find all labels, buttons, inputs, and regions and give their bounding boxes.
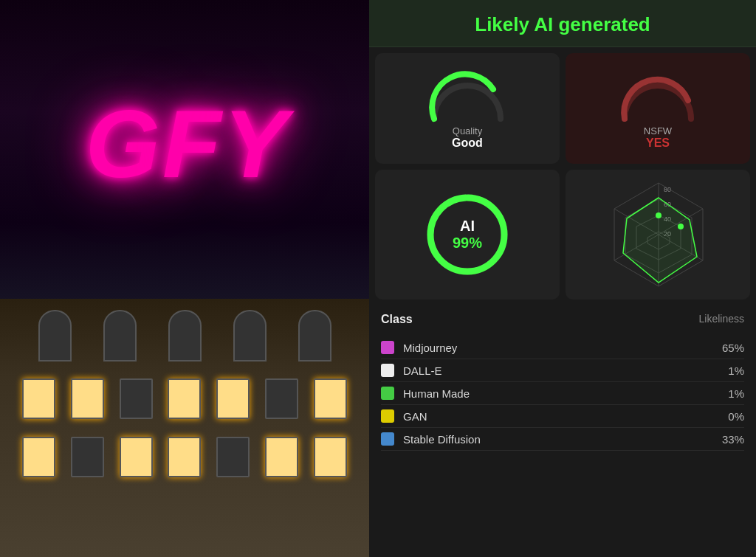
class-color-box <box>381 432 394 446</box>
neon-sign: G F Y <box>15 89 354 199</box>
window <box>233 310 267 361</box>
ai-gauge-card: AI 99% <box>375 170 560 300</box>
gauges-grid: Quality Good NSFW YES <box>369 47 756 305</box>
building <box>0 299 369 557</box>
window <box>71 437 104 477</box>
quality-label: Quality <box>453 125 482 136</box>
ai-percent: 99% <box>453 235 482 252</box>
class-color-box <box>381 364 394 377</box>
class-percent: 65% <box>715 342 744 354</box>
results-panel: Likely AI generated Quality Good NSFW YE… <box>369 0 756 557</box>
radar-svg: 80 60 40 20 <box>594 176 723 294</box>
class-row: GAN 0% <box>381 405 744 428</box>
nsfw-gauge-card: NSFW YES <box>566 53 750 164</box>
class-color-box <box>381 341 394 354</box>
class-row: DALL-E 1% <box>381 359 744 382</box>
class-color-box <box>381 409 394 423</box>
window <box>22 378 55 419</box>
class-name: Stable Diffusion <box>403 433 715 446</box>
window <box>103 310 137 361</box>
window <box>168 310 202 361</box>
class-name: DALL-E <box>403 364 715 377</box>
class-row: Stable Diffusion 33% <box>381 428 744 451</box>
class-name: GAN <box>403 410 715 423</box>
class-percent: 1% <box>715 387 744 400</box>
class-col-header: Class <box>381 313 413 326</box>
radar-chart-card: 80 60 40 20 <box>566 170 750 300</box>
nsfw-label: NSFW <box>644 125 672 136</box>
quality-gauge-svg <box>427 71 508 122</box>
likeliness-col-header: Likeliness <box>699 313 744 326</box>
class-header-row: Class Likeliness <box>381 313 744 329</box>
window <box>216 437 250 477</box>
window <box>298 310 331 361</box>
class-row: Midjourney 65% <box>381 336 744 359</box>
window <box>168 378 201 419</box>
window <box>265 378 298 419</box>
window <box>71 378 104 419</box>
quality-value: Good <box>452 136 483 150</box>
class-name: Human Made <box>403 387 715 400</box>
class-name: Midjourney <box>403 342 715 354</box>
window <box>168 437 201 477</box>
window <box>22 437 55 477</box>
window <box>314 437 347 477</box>
ai-gauge-wrapper: AI 99% <box>419 187 515 283</box>
class-color-box <box>381 387 394 400</box>
ai-text-overlay: AI 99% <box>453 218 482 252</box>
class-row: Human Made 1% <box>381 382 744 405</box>
nsfw-gauge-svg <box>617 71 698 122</box>
window <box>120 437 153 477</box>
image-panel: G F Y <box>0 0 369 557</box>
quality-gauge-card: Quality Good <box>375 53 560 164</box>
class-section: Class Likeliness Midjourney 65% DALL-E 1… <box>369 305 756 466</box>
class-percent: 33% <box>715 433 744 446</box>
window <box>314 378 347 419</box>
result-header: Likely AI generated <box>369 0 756 47</box>
window <box>38 310 72 361</box>
window <box>265 437 298 477</box>
window <box>120 378 153 419</box>
class-rows-container: Midjourney 65% DALL-E 1% Human Made 1% G… <box>381 336 744 451</box>
ai-label: AI <box>453 218 482 235</box>
svg-marker-15 <box>623 198 697 283</box>
result-title: Likely AI generated <box>384 13 741 36</box>
class-percent: 0% <box>715 410 744 423</box>
window <box>216 378 250 419</box>
nsfw-value: YES <box>646 136 670 150</box>
class-percent: 1% <box>715 364 744 377</box>
